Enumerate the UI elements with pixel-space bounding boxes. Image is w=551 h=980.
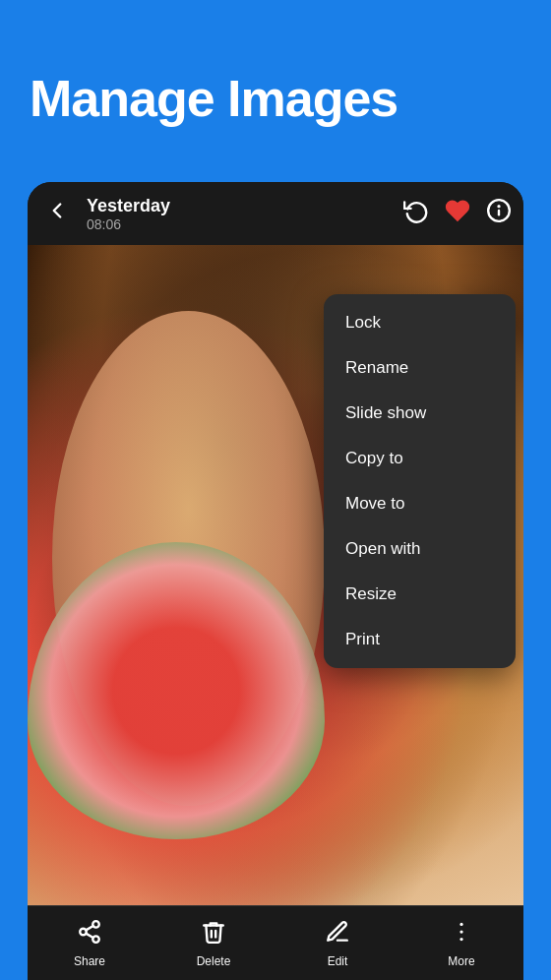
delete-icon — [201, 919, 226, 945]
menu-item-print[interactable]: Print — [324, 617, 516, 662]
heart-icon — [445, 198, 470, 223]
share-icon-wrap — [77, 919, 102, 950]
back-button[interactable] — [39, 198, 75, 230]
menu-item-move-to[interactable]: Move to — [324, 481, 516, 526]
menu-item-lock[interactable]: Lock — [324, 300, 516, 345]
toolbar-share[interactable]: Share — [28, 919, 152, 968]
photo-title: Yesterday — [87, 196, 396, 216]
svg-point-10 — [459, 937, 462, 940]
more-icon-wrap — [449, 919, 474, 950]
more-icon — [449, 919, 474, 945]
delete-icon-wrap — [201, 919, 226, 950]
toolbar-edit[interactable]: Edit — [276, 919, 399, 968]
menu-item-open-with[interactable]: Open with — [324, 526, 516, 572]
delete-label: Delete — [197, 954, 231, 968]
edit-icon — [325, 919, 350, 945]
edit-icon-wrap — [325, 919, 350, 950]
rotate-button[interactable] — [403, 198, 429, 229]
favorite-button[interactable] — [445, 198, 470, 229]
share-icon — [77, 919, 102, 945]
menu-item-rename[interactable]: Rename — [324, 345, 516, 391]
phone-frame: Yesterday 08:06 — [28, 182, 523, 980]
photo-time: 08:06 — [87, 216, 396, 232]
back-icon — [44, 198, 70, 223]
svg-point-8 — [459, 922, 462, 925]
context-menu: Lock Rename Slide show Copy to Move to O… — [324, 294, 516, 668]
menu-item-copy-to[interactable]: Copy to — [324, 436, 516, 481]
svg-point-9 — [459, 930, 462, 933]
header-area: Manage Images — [0, 0, 551, 187]
photo-info: Yesterday 08:06 — [87, 196, 396, 232]
toolbar-delete[interactable]: Delete — [152, 919, 276, 968]
share-label: Share — [74, 954, 105, 968]
svg-line-7 — [86, 926, 92, 930]
topbar-icons — [403, 198, 512, 229]
rotate-icon — [403, 198, 429, 223]
bottom-toolbar: Share Delete Edit — [28, 905, 523, 980]
photo-topbar: Yesterday 08:06 — [28, 182, 523, 245]
menu-item-slideshow[interactable]: Slide show — [324, 391, 516, 436]
photo-area: Lock Rename Slide show Copy to Move to O… — [28, 245, 523, 905]
toolbar-more[interactable]: More — [399, 919, 523, 968]
more-label: More — [448, 954, 474, 968]
edit-label: Edit — [328, 954, 348, 968]
info-button[interactable] — [486, 198, 512, 229]
info-icon — [486, 198, 512, 223]
menu-item-resize[interactable]: Resize — [324, 572, 516, 617]
page-title: Manage Images — [30, 69, 398, 128]
svg-line-6 — [86, 933, 92, 937]
